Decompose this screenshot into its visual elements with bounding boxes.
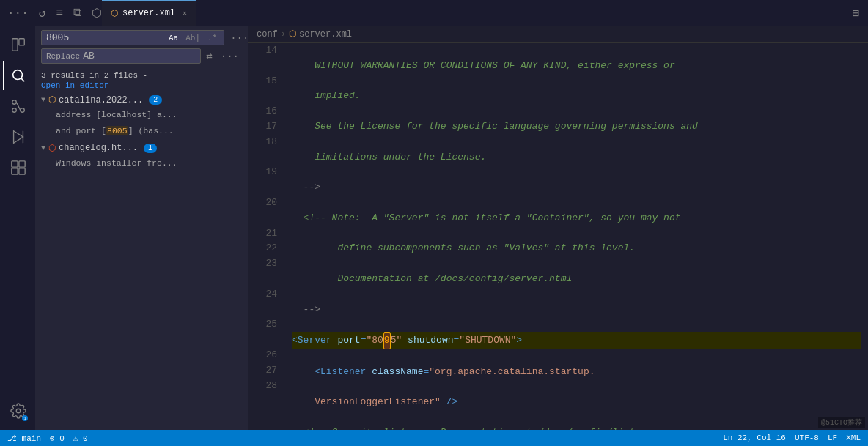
file-icon: ⬡ (111, 8, 118, 19)
svg-rect-1 (19, 39, 24, 45)
split-icon[interactable]: ⧉ (73, 6, 81, 20)
replace-all-button[interactable]: ⇄ (204, 49, 214, 63)
match-word-button[interactable]: Ab| (183, 33, 202, 43)
chevron-icon-2: ▼ (41, 144, 45, 152)
xml-file-icon: ⬡ (48, 94, 56, 105)
replace-more-button[interactable]: ··· (218, 49, 242, 64)
sidebar-item-run[interactable] (3, 122, 32, 152)
title-bar-left: ··· ↺ ≡ ⧉ ⬡ (0, 6, 102, 21)
search-input-box[interactable]: Aa Ab| .* (41, 30, 224, 45)
breadcrumb-file: server.xml (299, 29, 352, 40)
settings-badge: 1 (22, 415, 28, 421)
regex-button[interactable]: .* (205, 33, 219, 43)
more-options-button[interactable]: ··· (227, 31, 248, 45)
svg-rect-12 (12, 168, 18, 174)
main-area: 1 Aa Ab| .* ··· Replace ⇄ ··· (0, 26, 868, 430)
activity-bar-bottom: 1 (3, 396, 32, 430)
breadcrumb: conf › ⬡ server.xml (248, 26, 868, 43)
tab-bar: ⬡ server.xml ✕ (102, 0, 852, 26)
search-row: Aa Ab| .* ··· (41, 30, 242, 45)
replace-input-box[interactable]: Replace (41, 48, 201, 64)
svg-point-5 (21, 108, 25, 113)
file-name-catalina: catalina.2022... (59, 95, 143, 105)
list-icon[interactable]: ≡ (56, 7, 63, 20)
breadcrumb-icon: ⬡ (289, 29, 296, 40)
editor-area: conf › ⬡ server.xml 14 15 16 17 18 19 20… (248, 26, 868, 430)
sidebar-item-source-control[interactable] (3, 92, 32, 121)
tab-server-xml[interactable]: ⬡ server.xml ✕ (102, 0, 196, 26)
menu-icon[interactable]: ··· (7, 7, 29, 20)
chevron-icon: ▼ (41, 96, 45, 104)
results-info: 3 results in 2 files - Open in editor (35, 68, 248, 92)
svg-line-7 (16, 103, 21, 111)
line-numbers: 14 15 16 17 18 19 20 21 22 23 24 25 (248, 43, 284, 430)
line-ending[interactable]: LF (828, 434, 837, 442)
tab-label: server.xml (122, 8, 175, 18)
svg-rect-13 (19, 168, 25, 174)
search-controls: Aa Ab| .* ··· Replace ⇄ ··· (35, 26, 248, 68)
status-right: Ln 22, Col 16 UTF-8 LF XML (723, 434, 861, 442)
title-bar: ··· ↺ ≡ ⧉ ⬡ ⬡ server.xml ✕ ⊞ (0, 0, 868, 26)
activity-bar: 1 (0, 26, 35, 430)
file-group-catalina: ▼ ⬡ catalina.2022... 2 address [localhos… (35, 93, 248, 140)
file-header-catalina[interactable]: ▼ ⬡ catalina.2022... 2 (35, 93, 248, 107)
file-header-changelog[interactable]: ▼ ⬡ changelog.ht... 1 (35, 141, 248, 155)
svg-rect-0 (12, 39, 18, 51)
copy-icon[interactable]: ⬡ (92, 6, 102, 21)
svg-marker-8 (14, 131, 23, 144)
branch-name[interactable]: ⎇ main (7, 434, 41, 443)
svg-point-14 (16, 409, 21, 413)
errors-count[interactable]: ⊗ 0 (50, 434, 65, 443)
sidebar-item-search[interactable] (3, 61, 32, 90)
open-in-editor-link[interactable]: Open in editor (41, 81, 242, 90)
encoding[interactable]: UTF-8 (795, 434, 819, 442)
replace-input[interactable] (83, 51, 196, 62)
file-name-changelog: changelog.ht... (59, 143, 138, 153)
result-count-badge: 2 (149, 95, 162, 105)
language[interactable]: XML (846, 434, 861, 442)
match-case-button[interactable]: Aa (166, 33, 180, 43)
svg-line-3 (21, 78, 24, 81)
editor-content: 14 15 16 17 18 19 20 21 22 23 24 25 (248, 43, 868, 430)
result-item-2[interactable]: and port [8005] (bas... (35, 123, 248, 139)
result-count-badge-2: 1 (144, 144, 157, 153)
status-bar: ⎇ main ⊗ 0 ⚠ 0 Ln 22, Col 16 UTF-8 LF XM… (0, 430, 868, 446)
replace-label: Replace (46, 52, 80, 61)
layout-icon[interactable]: ⊞ (852, 6, 868, 21)
svg-point-4 (12, 100, 17, 105)
code-editor[interactable]: WITHOUT WARRANTIES OR CONDITIONS OF ANY … (284, 43, 868, 430)
watermark: @51CTO推荐 (818, 417, 865, 428)
result-item-3[interactable]: Windows installer fro... (35, 155, 248, 171)
tab-close-button[interactable]: ✕ (183, 9, 187, 18)
svg-point-6 (12, 108, 17, 113)
svg-rect-10 (12, 161, 18, 167)
refresh-icon[interactable]: ↺ (39, 6, 46, 21)
warnings-count[interactable]: ⚠ 0 (73, 434, 88, 443)
replace-row: Replace ⇄ ··· (41, 48, 242, 64)
html-file-icon: ⬡ (48, 143, 56, 154)
breadcrumb-sep: › (281, 29, 286, 40)
sidebar-item-extensions[interactable] (3, 153, 32, 182)
file-group-changelog: ▼ ⬡ changelog.ht... 1 Windows installer … (35, 141, 248, 171)
breadcrumb-conf: conf (257, 29, 278, 40)
svg-rect-11 (19, 161, 25, 167)
search-input[interactable] (46, 32, 163, 43)
svg-point-2 (13, 70, 23, 80)
search-panel: Aa Ab| .* ··· Replace ⇄ ··· 3 results in… (35, 26, 248, 430)
results-tree: ▼ ⬡ catalina.2022... 2 address [localhos… (35, 92, 248, 430)
sidebar-item-settings[interactable]: 1 (3, 396, 32, 425)
results-count: 3 results in 2 files - (41, 71, 242, 80)
sidebar-item-explorer[interactable] (3, 30, 32, 59)
result-item-1[interactable]: address [localhost] a... (35, 107, 248, 123)
cursor-position[interactable]: Ln 22, Col 16 (723, 434, 786, 442)
